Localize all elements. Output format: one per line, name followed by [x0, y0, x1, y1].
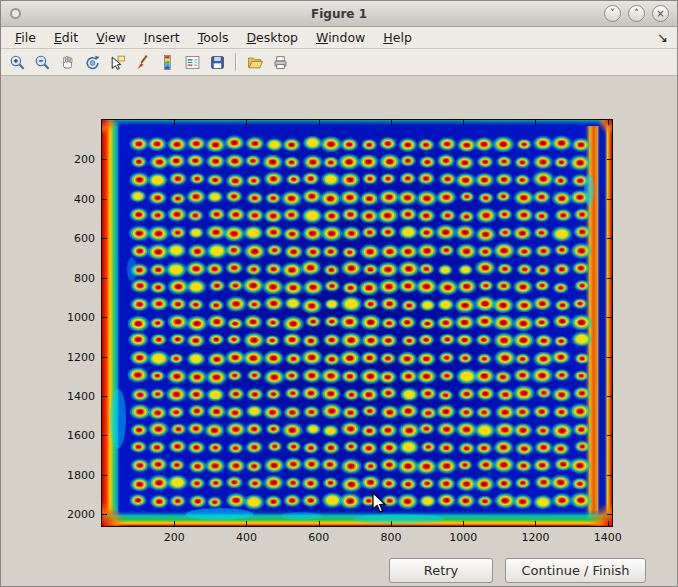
y-tick-mark	[102, 238, 107, 239]
menu-view[interactable]: View	[87, 28, 135, 47]
y-tick-mark	[607, 435, 612, 436]
microarray-image[interactable]	[102, 120, 612, 526]
y-tick-mark	[102, 475, 107, 476]
x-tick-mark	[174, 521, 175, 526]
y-tick-mark	[102, 396, 107, 397]
y-tick-mark	[102, 278, 107, 279]
close-button[interactable]: ×	[652, 5, 669, 22]
pan-button[interactable]	[55, 51, 79, 74]
plot-axes[interactable]: 2004006008001000120014002004006008001000…	[101, 119, 613, 527]
y-tick-label: 800	[74, 271, 95, 284]
print-figure-button[interactable]	[268, 51, 292, 74]
y-tick-label: 600	[74, 232, 95, 245]
zoom-in-button[interactable]	[5, 51, 29, 74]
legend-icon	[184, 54, 201, 71]
x-tick-mark	[391, 120, 392, 125]
y-tick-mark	[102, 357, 107, 358]
window-controls: ˅ ˄ ×	[597, 5, 677, 22]
maximize-button[interactable]: ˄	[628, 5, 645, 22]
menu-window[interactable]: Window	[307, 28, 374, 47]
x-tick-mark	[246, 521, 247, 526]
figure-toolbar	[1, 49, 677, 76]
y-tick-label: 2000	[67, 508, 95, 521]
y-tick-mark	[607, 357, 612, 358]
menu-insert[interactable]: Insert	[135, 28, 189, 47]
y-tick-label: 1200	[67, 350, 95, 363]
open-folder-icon	[247, 54, 264, 71]
window-menu-icon[interactable]	[10, 8, 21, 19]
menu-tools[interactable]: Tools	[189, 28, 238, 47]
y-tick-mark	[607, 475, 612, 476]
printer-icon	[272, 54, 289, 71]
y-tick-mark	[102, 159, 107, 160]
x-tick-label: 1200	[521, 531, 549, 544]
menu-file[interactable]: File	[6, 28, 45, 47]
y-tick-label: 1400	[67, 389, 95, 402]
menu-desktop[interactable]: Desktop	[237, 28, 307, 47]
save-figure-button[interactable]	[205, 51, 229, 74]
x-tick-label: 1000	[449, 531, 477, 544]
toolbar-separator	[235, 53, 237, 71]
y-tick-mark	[607, 317, 612, 318]
open-file-button[interactable]	[243, 51, 267, 74]
y-tick-label: 1800	[67, 468, 95, 481]
insert-legend-button[interactable]	[180, 51, 204, 74]
y-tick-mark	[102, 514, 107, 515]
menu-help[interactable]: Help	[374, 28, 421, 47]
brush-icon	[134, 54, 151, 71]
window-title: Figure 1	[1, 7, 677, 21]
x-tick-mark	[463, 120, 464, 125]
x-tick-mark	[535, 521, 536, 526]
zoom-in-icon	[9, 54, 26, 71]
x-tick-mark	[246, 120, 247, 125]
y-tick-mark	[607, 514, 612, 515]
shade-button[interactable]: ˅	[604, 5, 621, 22]
x-tick-label: 400	[236, 531, 257, 544]
titlebar[interactable]: Figure 1 ˅ ˄ ×	[1, 1, 677, 27]
y-tick-mark	[102, 435, 107, 436]
x-tick-mark	[535, 120, 536, 125]
y-tick-label: 400	[74, 192, 95, 205]
y-tick-label: 200	[74, 153, 95, 166]
continue-finish-button[interactable]: Continue / Finish	[505, 558, 646, 583]
data-cursor-button[interactable]	[105, 51, 129, 74]
y-tick-mark	[102, 199, 107, 200]
y-tick-label: 1600	[67, 429, 95, 442]
y-tick-mark	[607, 159, 612, 160]
brush-button[interactable]	[130, 51, 154, 74]
rotate-3d-icon	[84, 54, 101, 71]
save-icon	[209, 54, 226, 71]
x-tick-label: 800	[380, 531, 401, 544]
x-tick-mark	[608, 120, 609, 125]
zoom-out-button[interactable]	[30, 51, 54, 74]
y-tick-mark	[607, 396, 612, 397]
x-tick-label: 200	[164, 531, 185, 544]
x-tick-mark	[463, 521, 464, 526]
y-tick-label: 1000	[67, 311, 95, 324]
y-tick-mark	[607, 278, 612, 279]
figure-window: Figure 1 ˅ ˄ × File Edit View Insert Too…	[0, 0, 678, 587]
pan-hand-icon	[59, 54, 76, 71]
menu-edit[interactable]: Edit	[45, 28, 87, 47]
insert-colorbar-button[interactable]	[155, 51, 179, 74]
data-cursor-icon	[109, 54, 126, 71]
retry-button[interactable]: Retry	[389, 558, 493, 583]
menubar: File Edit View Insert Tools Desktop Wind…	[1, 27, 677, 49]
y-tick-mark	[607, 199, 612, 200]
x-tick-label: 1400	[594, 531, 622, 544]
x-tick-mark	[608, 521, 609, 526]
zoom-out-icon	[34, 54, 51, 71]
x-tick-mark	[174, 120, 175, 125]
y-tick-mark	[607, 238, 612, 239]
x-tick-mark	[391, 521, 392, 526]
x-tick-mark	[319, 120, 320, 125]
x-tick-label: 600	[308, 531, 329, 544]
y-tick-mark	[102, 317, 107, 318]
rotate-3d-button[interactable]	[80, 51, 104, 74]
colorbar-icon	[159, 54, 176, 71]
figure-canvas-area: 2004006008001000120014002004006008001000…	[1, 77, 677, 586]
x-tick-mark	[319, 521, 320, 526]
dock-arrow-icon[interactable]: ↘	[657, 30, 677, 45]
